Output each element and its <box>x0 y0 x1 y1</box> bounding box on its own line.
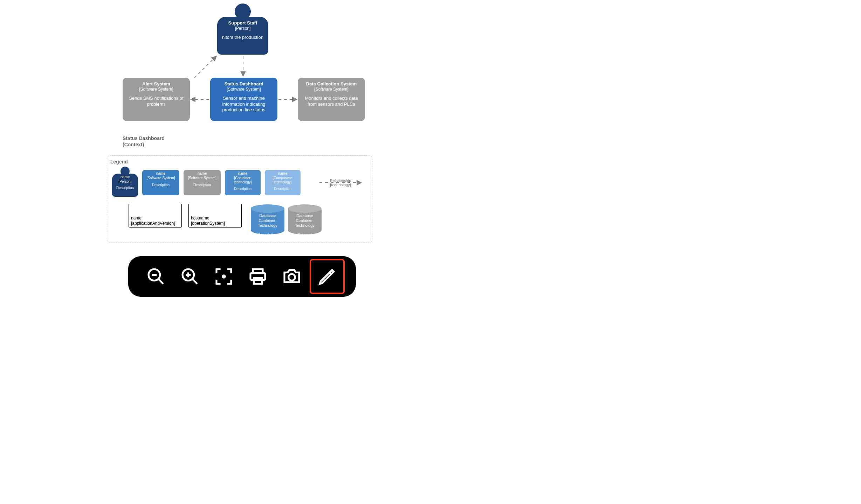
alert-title: Alert System <box>142 81 170 87</box>
toolbar <box>128 256 356 297</box>
snapshot-button[interactable] <box>276 260 308 293</box>
print-button[interactable] <box>242 260 274 293</box>
actor-title: Support Staff <box>228 20 257 26</box>
legend-database-internal: Database Container: Technology Descripti… <box>251 204 284 234</box>
dc-desc: Monitors and collects data from sensors … <box>301 96 362 107</box>
sd-subtype: [Software System] <box>227 87 261 92</box>
svg-line-1 <box>158 279 163 284</box>
print-icon <box>248 267 268 286</box>
legend-panel <box>107 155 372 243</box>
sd-title: Status Dashboard <box>224 81 263 87</box>
svg-line-4 <box>192 279 197 284</box>
legend-co-sub: [Component: technology] <box>266 176 299 185</box>
legend-se-sub: [Software System] <box>188 176 216 181</box>
legend-person: name [Person] Description <box>112 174 138 197</box>
legend-db1-sub: Container: Technology <box>258 218 277 227</box>
legend-db2-desc: External <box>298 233 312 237</box>
legend-se-desc: Description <box>193 183 211 188</box>
edit-button[interactable] <box>310 259 345 294</box>
actor-support-staff[interactable]: Support Staff [Person] nitors the produc… <box>217 17 268 55</box>
node-alert-system[interactable]: Alert System [Software System] Sends SMS… <box>123 78 190 121</box>
node-data-collection[interactable]: Data Collection System [Software System]… <box>298 78 365 121</box>
caption-l1: Status Dashboard <box>123 135 165 141</box>
alert-desc: Sends SMS notifications of problems <box>125 96 187 107</box>
zoom-fit-button[interactable] <box>208 260 240 293</box>
legend-si-desc: Description <box>152 183 170 188</box>
legend-c-sub: [Container: technology] <box>226 176 259 185</box>
legend-container: name [Container: technology] Description <box>225 170 261 195</box>
dc-subtype: [Software System] <box>314 87 348 92</box>
legend-app-l1: name <box>131 216 142 220</box>
legend-db2-name: Database <box>296 214 313 218</box>
zoom-out-icon <box>146 267 166 286</box>
legend-application-node: name [applicationAndVersion] <box>129 204 182 227</box>
node-status-dashboard[interactable]: Status Dashboard [Software System] Senso… <box>210 78 277 121</box>
legend-title: Legend <box>110 159 128 164</box>
legend-person-name: name <box>120 175 130 180</box>
legend-se-name: name <box>198 172 207 176</box>
zoom-in-button[interactable] <box>174 260 206 293</box>
svg-point-11 <box>288 274 295 281</box>
caption-l2: (Context) <box>123 141 165 148</box>
legend-database-external: Database Container: Technology External <box>288 204 322 234</box>
arrow-layer <box>0 0 861 504</box>
legend-software-int: name [Software System] Description <box>142 170 179 195</box>
legend-rel-label: Relationship <box>330 178 351 183</box>
svg-point-7 <box>222 274 226 279</box>
legend-si-sub: [Software System] <box>146 176 175 181</box>
legend-host-l2: [operationSystem] <box>191 221 225 226</box>
legend-relationship: Relationship [technology] <box>323 178 358 187</box>
legend-co-desc: Description <box>274 187 291 191</box>
legend-db1-desc: Description <box>258 233 277 237</box>
pencil-icon <box>317 267 337 286</box>
legend-host-l1: hostname <box>191 216 209 220</box>
zoom-in-icon <box>180 267 200 286</box>
stage: Support Staff [Person] nitors the produc… <box>0 0 861 504</box>
camera-icon <box>282 267 302 286</box>
actor-subtype: [Person] <box>235 26 251 31</box>
legend-component: name [Component: technology] Description <box>265 170 301 195</box>
zoom-fit-icon <box>214 267 234 286</box>
legend-co-name: name <box>278 172 287 176</box>
svg-rect-10 <box>254 278 262 284</box>
legend-software-ext: name [Software System] Description <box>184 170 221 195</box>
dc-title: Data Collection System <box>306 81 357 87</box>
legend-c-name: name <box>238 172 247 176</box>
actor-desc: nitors the production <box>222 35 263 40</box>
legend-app-l2: [applicationAndVersion] <box>131 221 175 226</box>
zoom-out-button[interactable] <box>140 260 172 293</box>
legend-person-desc: Description <box>116 186 134 190</box>
legend-person-sub: [Person] <box>118 180 131 184</box>
legend-rel-tech: [technology] <box>330 183 351 187</box>
diagram-caption: Status Dashboard (Context) <box>123 135 165 148</box>
legend-db1-name: Database <box>259 214 276 218</box>
sd-desc: Sensor and machine information indicatin… <box>213 96 275 113</box>
legend-host-node: hostname [operationSystem] <box>188 204 242 227</box>
alert-subtype: [Software System] <box>139 87 173 92</box>
legend-db2-sub: Container: Technology <box>295 218 315 227</box>
legend-c-desc: Description <box>234 187 252 191</box>
legend-si-name: name <box>156 172 165 176</box>
